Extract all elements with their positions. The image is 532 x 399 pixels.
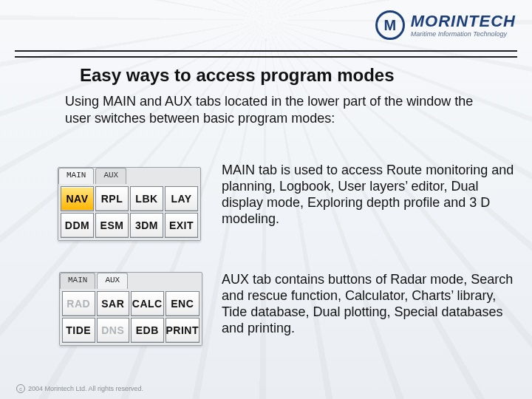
rad-button[interactable]: RAD <box>62 291 95 316</box>
brand-logo: M MORINTECH Maritime Information Technol… <box>375 10 516 40</box>
header-rule <box>15 50 517 58</box>
mode-panel-aux: MAIN AUX RAD SAR CALC ENC TIDE DNS EDB P… <box>59 272 202 346</box>
aux-description: AUX tab contains buttons of Radar mode, … <box>222 272 521 337</box>
main-description: MAIN tab is used to access Route monitor… <box>222 163 521 228</box>
3dm-button[interactable]: 3DM <box>130 213 163 238</box>
exit-button[interactable]: EXIT <box>165 213 198 238</box>
lbk-button[interactable]: LBK <box>130 186 163 211</box>
brand-name: MORINTECH <box>411 13 516 30</box>
tab-main[interactable]: MAIN <box>58 168 94 184</box>
copyright: c 2004 Morintech Ltd. All rights reserve… <box>16 384 143 393</box>
edb-button[interactable]: EDB <box>131 318 164 343</box>
aux-button-grid: RAD SAR CALC ENC TIDE DNS EDB PRINT <box>60 289 202 345</box>
tide-button[interactable]: TIDE <box>62 318 95 343</box>
brand-tagline: Maritime Information Technology <box>411 31 516 38</box>
brand-mark-icon: M <box>375 10 405 40</box>
mode-panel-main: MAIN AUX NAV RPL LBK LAY DDM ESM 3DM EXI… <box>58 167 201 241</box>
page-title: Easy ways to access program modes <box>80 65 395 86</box>
intro-text: Using MAIN and AUX tabs located in the l… <box>65 93 479 126</box>
calc-button[interactable]: CALC <box>131 291 164 316</box>
copyright-icon: c <box>16 384 25 393</box>
print-button[interactable]: PRINT <box>166 318 200 343</box>
tab-main[interactable]: MAIN <box>60 273 95 289</box>
tab-aux[interactable]: AUX <box>95 168 126 184</box>
copyright-text: 2004 Morintech Ltd. All rights reserved. <box>28 385 143 392</box>
lay-button[interactable]: LAY <box>165 186 198 211</box>
main-button-grid: NAV RPL LBK LAY DDM ESM 3DM EXIT <box>58 184 200 240</box>
rpl-button[interactable]: RPL <box>95 186 129 211</box>
esm-button[interactable]: ESM <box>95 213 129 238</box>
enc-button[interactable]: ENC <box>166 291 200 316</box>
tab-aux[interactable]: AUX <box>97 273 128 289</box>
sar-button[interactable]: SAR <box>97 291 130 316</box>
nav-button[interactable]: NAV <box>61 186 94 211</box>
ddm-button[interactable]: DDM <box>61 213 94 238</box>
dns-button[interactable]: DNS <box>97 318 130 343</box>
